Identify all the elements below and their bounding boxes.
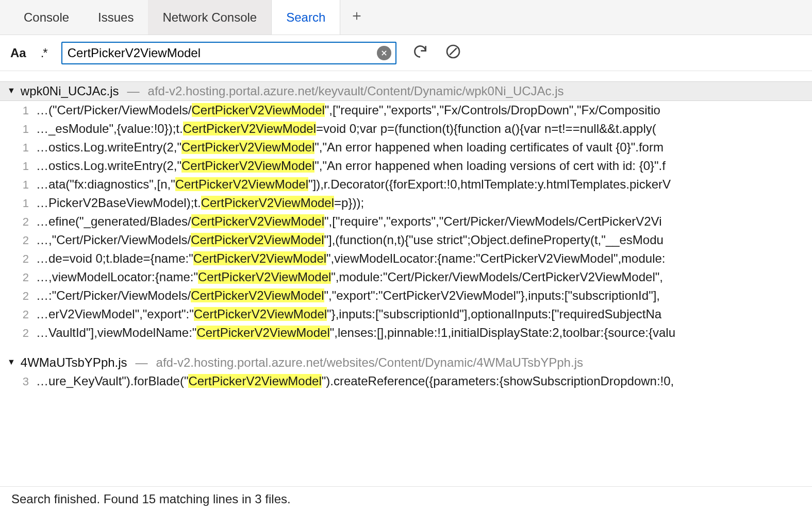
file-name: wpk0Ni_UCJAc.js <box>21 84 119 98</box>
match-highlight: CertPickerV2ViewModel <box>181 140 314 154</box>
refresh-icon <box>412 43 428 63</box>
match-row[interactable]: 2…erV2ViewModel","export":"CertPickerV2V… <box>0 305 812 323</box>
match-snippet: …ostics.Log.writeEntry(2,"CertPickerV2Vi… <box>36 159 666 173</box>
file-header[interactable]: ▼wpk0Ni_UCJAc.js—afd-v2.hosting.portal.a… <box>0 81 812 101</box>
tab-label: Console <box>24 10 69 25</box>
tab-network-console[interactable]: Network Console <box>148 0 271 35</box>
line-number: 2 <box>11 234 29 247</box>
match-snippet: …,viewModelLocator:{name:"CertPickerV2Vi… <box>36 270 663 284</box>
match-row[interactable]: 1…ostics.Log.writeEntry(2,"CertPickerV2V… <box>0 138 812 157</box>
match-highlight: CertPickerV2ViewModel <box>193 251 326 265</box>
match-snippet: …:"Cert/Picker/ViewModels/CertPickerV2Vi… <box>36 288 660 303</box>
tab-console[interactable]: Console <box>9 0 84 35</box>
chevron-down-icon: ▼ <box>7 357 15 367</box>
search-results: ▼wpk0Ni_UCJAc.js—afd-v2.hosting.portal.a… <box>0 71 812 486</box>
tab-add[interactable] <box>340 0 373 35</box>
match-highlight: CertPickerV2ViewModel <box>191 233 324 247</box>
close-icon <box>380 46 388 60</box>
match-highlight: CertPickerV2ViewModel <box>194 307 327 321</box>
tab-bar: Console Issues Network Console Search <box>0 0 812 35</box>
refresh-button[interactable] <box>411 44 429 62</box>
match-highlight: CertPickerV2ViewModel <box>175 177 308 191</box>
status-bar: Search finished. Found 15 matching lines… <box>0 486 812 511</box>
match-snippet: …,"Cert/Picker/ViewModels/CertPickerV2Vi… <box>36 233 664 247</box>
match-snippet: …_esModule",{value:!0});t.CertPickerV2Vi… <box>36 122 656 136</box>
file-separator: — <box>132 355 151 370</box>
file-header[interactable]: ▼4WMaUTsbYPph.js—afd-v2.hosting.portal.a… <box>0 353 812 372</box>
match-row[interactable]: 1…ostics.Log.writeEntry(2,"CertPickerV2V… <box>0 157 812 175</box>
match-row[interactable]: 1…ata("fx:diagnostics",[n,"CertPickerV2V… <box>0 175 812 194</box>
line-number: 1 <box>11 141 29 155</box>
regex-toggle[interactable]: .* <box>41 46 47 60</box>
line-number: 2 <box>11 215 29 229</box>
status-text: Search finished. Found 15 matching lines… <box>11 492 291 506</box>
line-number: 1 <box>11 160 29 173</box>
match-snippet: …ure_KeyVault").forBlade("CertPickerV2Vi… <box>36 374 674 388</box>
match-row[interactable]: 2…,viewModelLocator:{name:"CertPickerV2V… <box>0 268 812 286</box>
match-highlight: CertPickerV2ViewModel <box>181 159 314 173</box>
match-snippet: …efine("_generated/Blades/CertPickerV2Vi… <box>36 214 662 229</box>
line-number: 1 <box>11 197 29 210</box>
line-number: 1 <box>11 123 29 136</box>
match-snippet: …VaultId"],viewModelName:"CertPickerV2Vi… <box>36 326 675 340</box>
match-highlight: CertPickerV2ViewModel <box>198 270 331 284</box>
match-highlight: CertPickerV2ViewModel <box>192 103 325 117</box>
match-row[interactable]: 2…,"Cert/Picker/ViewModels/CertPickerV2V… <box>0 231 812 249</box>
case-sensitive-toggle[interactable]: Aa <box>10 46 26 60</box>
match-highlight: CertPickerV2ViewModel <box>188 374 321 388</box>
line-number: 2 <box>11 271 29 284</box>
match-row[interactable]: 2…:"Cert/Picker/ViewModels/CertPickerV2V… <box>0 286 812 305</box>
match-highlight: CertPickerV2ViewModel <box>183 122 316 135</box>
line-number: 2 <box>11 308 29 321</box>
line-number: 2 <box>11 252 29 266</box>
match-row[interactable]: 2…VaultId"],viewModelName:"CertPickerV2V… <box>0 323 812 342</box>
tab-label: Network Console <box>162 10 257 25</box>
match-snippet: …erV2ViewModel","export":"CertPickerV2Vi… <box>36 307 661 321</box>
file-name: 4WMaUTsbYPph.js <box>21 355 127 370</box>
line-number: 1 <box>11 178 29 192</box>
match-row[interactable]: 1…PickerV2BaseViewModel);t.CertPickerV2V… <box>0 194 812 212</box>
file-path: afd-v2.hosting.portal.azure.net/websites… <box>156 355 583 370</box>
line-number: 2 <box>11 327 29 340</box>
match-highlight: CertPickerV2ViewModel <box>191 214 324 228</box>
file-path: afd-v2.hosting.portal.azure.net/keyvault… <box>148 84 564 98</box>
tab-issues[interactable]: Issues <box>84 0 148 35</box>
line-number: 3 <box>11 375 29 388</box>
match-row[interactable]: 3…ure_KeyVault").forBlade("CertPickerV2V… <box>0 372 812 390</box>
match-snippet: …ata("fx:diagnostics",[n,"CertPickerV2Vi… <box>36 177 671 192</box>
tab-label: Issues <box>98 10 134 25</box>
search-toolbar: Aa .* <box>0 35 812 71</box>
match-highlight: CertPickerV2ViewModel <box>201 196 334 210</box>
cancel-icon <box>445 43 461 63</box>
match-snippet: …PickerV2BaseViewModel);t.CertPickerV2Vi… <box>36 196 364 210</box>
match-highlight: CertPickerV2ViewModel <box>191 288 324 302</box>
clear-results-button[interactable] <box>444 44 462 62</box>
clear-search-button[interactable] <box>377 46 391 60</box>
chevron-down-icon: ▼ <box>7 86 15 95</box>
match-row[interactable]: 2…efine("_generated/Blades/CertPickerV2V… <box>0 212 812 231</box>
match-snippet: …ostics.Log.writeEntry(2,"CertPickerV2Vi… <box>36 140 664 155</box>
tab-label: Search <box>286 10 325 25</box>
line-number: 1 <box>11 104 29 117</box>
file-separator: — <box>124 84 143 98</box>
match-row[interactable]: 2…de=void 0;t.blade={name:"CertPickerV2V… <box>0 249 812 268</box>
search-input[interactable] <box>62 43 377 63</box>
match-highlight: CertPickerV2ViewModel <box>196 326 329 339</box>
line-number: 2 <box>11 289 29 303</box>
match-row[interactable]: 1…("Cert/Picker/ViewModels/CertPickerV2V… <box>0 101 812 120</box>
tab-search[interactable]: Search <box>271 0 340 35</box>
match-row[interactable]: 1…_esModule",{value:!0});t.CertPickerV2V… <box>0 120 812 138</box>
match-snippet: …("Cert/Picker/ViewModels/CertPickerV2Vi… <box>36 103 660 117</box>
match-snippet: …de=void 0;t.blade={name:"CertPickerV2Vi… <box>36 251 665 266</box>
search-input-container <box>61 42 396 64</box>
plus-icon <box>351 10 362 25</box>
